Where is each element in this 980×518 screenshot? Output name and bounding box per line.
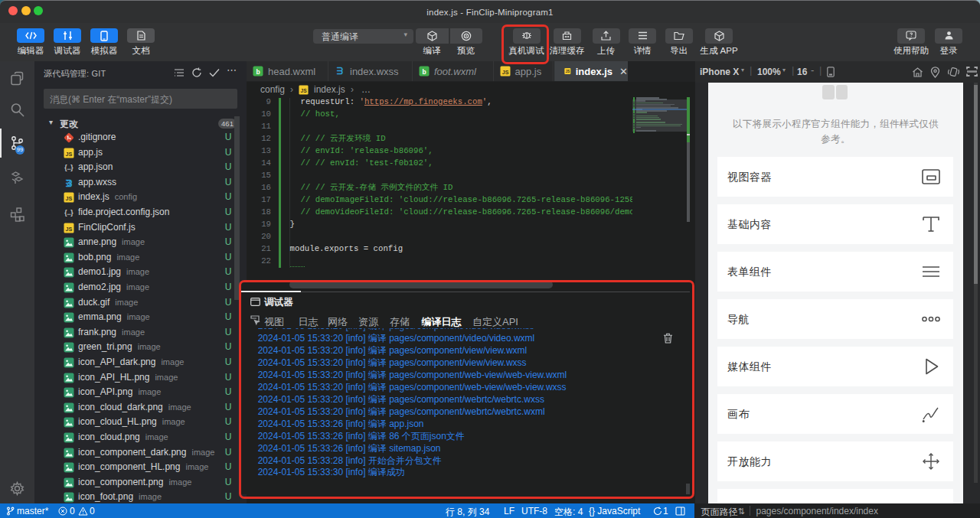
svg-text:{..}: {..} (64, 165, 74, 172)
svg-text:{..}: {..} (64, 209, 74, 217)
svg-text:b: b (422, 68, 426, 76)
svg-text:JS: JS (566, 70, 570, 73)
svg-text:JS: JS (501, 69, 508, 76)
svg-text:JS: JS (301, 88, 308, 93)
svg-text:JS: JS (66, 225, 73, 232)
svg-text:JS: JS (66, 195, 73, 202)
svg-text:b: b (256, 68, 260, 76)
svg-text:3: 3 (67, 178, 71, 187)
svg-text:JS: JS (66, 150, 73, 157)
svg-text:ᗱ: ᗱ (337, 67, 343, 76)
